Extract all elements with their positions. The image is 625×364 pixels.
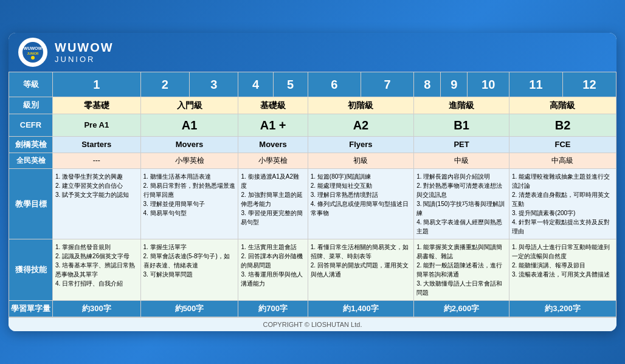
- row-teaching: 教學目標 1. 激發學生對英文的興趣 2. 建立學習英文的自信心 3. 賦予英文…: [9, 169, 616, 239]
- gept-none: ---: [53, 153, 141, 169]
- skills-cell-6: 1. 與母語人士進行日常互動時能達到一定的流暢與自然度 2. 能聽懂演講、報導及…: [509, 239, 616, 301]
- cambridge-fce: FCE: [509, 137, 616, 153]
- cambridge-pet: PET: [414, 137, 509, 153]
- level-6: 6: [308, 72, 361, 97]
- main-container: WUWOW JUNIOR WUWOW JUNIOR 等級 1 2 3 4 5 6…: [9, 33, 616, 332]
- jibei-jichiji: 基礎級: [238, 97, 308, 114]
- level-11: 11: [509, 72, 562, 97]
- skills-cell-2: 1. 掌握生活單字 2. 簡單會話表達(5-8字句子)，如喜好表達、情緒表達 3…: [140, 239, 238, 301]
- header: WUWOW JUNIOR WUWOW JUNIOR: [9, 33, 616, 72]
- teaching-cell-4: 1. 短篇(80字)閱讀訓練 2. 能處理簡短社交互動 3. 理解日常熟悉情境對…: [308, 169, 413, 239]
- cambridge-movers2: Movers: [238, 137, 308, 153]
- copyright-text: COPYRIGHT © LIOSHUTAN Ltd.: [263, 321, 362, 328]
- level-12: 12: [562, 72, 616, 97]
- logo-icon: WUWOW JUNIOR: [18, 38, 47, 67]
- level-3: 3: [190, 72, 238, 97]
- cambridge-movers1: Movers: [140, 137, 238, 153]
- jibei-rumenji: 入門級: [140, 97, 238, 114]
- level-8: 8: [414, 72, 441, 97]
- jibei-gaojieji: 高階級: [509, 97, 616, 114]
- teaching-cell-5: 1. 理解長篇內容與介紹說明 2. 對於熟悉事物可清楚表達想法與交流訊息 3. …: [414, 169, 509, 239]
- row-skills: 獲得技能 1. 掌握自然發音規則 2. 認識及熟練26個英文字母 3. 培養基本…: [9, 239, 616, 301]
- cambridge-starters: Starters: [53, 137, 141, 153]
- skills-cell-3: 1. 生活實用主題會話 2. 回答課本內容外隨機的簡易問題 3. 培養運用所學與…: [238, 239, 308, 301]
- vocab-300: 約300字: [53, 301, 141, 317]
- teaching-cell-2: 1. 聽懂生活基本用語表達 2. 簡易日常對答，對於熟悉場景進行簡單回應 3. …: [140, 169, 238, 239]
- cefr-label: CEFR: [9, 114, 53, 137]
- teaching-label: 教學目標: [9, 169, 53, 239]
- vocab-700: 約700字: [238, 301, 308, 317]
- vocab-2600: 約2,600字: [414, 301, 509, 317]
- cefr-b1: B1: [414, 114, 509, 137]
- jibei-zerojichi: 零基礎: [53, 97, 141, 114]
- level-7: 7: [361, 72, 413, 97]
- jibei-chujieji: 初階級: [308, 97, 413, 114]
- logo-text: WUWOW JUNIOR: [55, 41, 114, 64]
- level-2: 2: [140, 72, 189, 97]
- teaching-cell-3: 1. 銜接過渡A1及A2難度 2. 加強對簡單主題的延伸思考能力 3. 學習使用…: [238, 169, 308, 239]
- row-cambridge: 劍橋英檢 Starters Movers Movers Flyers PET F…: [9, 137, 616, 153]
- level-table: 等級 1 2 3 4 5 6 7 8 9 10 11 12 級別 零基礎 入門級…: [9, 72, 616, 318]
- row-dengji: 等級 1 2 3 4 5 6 7 8 9 10 11 12: [9, 72, 616, 97]
- jibei-label: 級別: [9, 97, 53, 114]
- gept-inter: 中級: [414, 153, 509, 169]
- gept-elem1: 小學英檢: [140, 153, 238, 169]
- cefr-a1plus: A1 +: [238, 114, 308, 137]
- level-4: 4: [238, 72, 273, 97]
- row-cefr: CEFR Pre A1 A1 A1 + A2 B1 B2: [9, 114, 616, 137]
- cefr-prea1: Pre A1: [53, 114, 141, 137]
- row-vocab: 學習單字量 約300字 約500字 約700字 約1,400字 約2,600字 …: [9, 301, 616, 317]
- cambridge-label: 劍橋英檢: [9, 137, 53, 153]
- row-jibei: 級別 零基礎 入門級 基礎級 初階級 進階級 高階級: [9, 97, 616, 114]
- footer: COPYRIGHT © LIOSHUTAN Ltd.: [9, 317, 616, 331]
- svg-text:JUNIOR: JUNIOR: [27, 52, 39, 55]
- skills-cell-5: 1. 能掌握英文廣播重點與閱讀簡易書報、雜誌 2. 能對一般話題陳述看法，進行簡…: [414, 239, 509, 301]
- level-10: 10: [468, 72, 509, 97]
- cefr-b2: B2: [509, 114, 616, 137]
- teaching-cell-1: 1. 激發學生對英文的興趣 2. 建立學習英文的自信心 3. 賦予英文文字能力的…: [53, 169, 141, 239]
- cambridge-flyers: Flyers: [308, 137, 413, 153]
- gept-label: 全民英檢: [9, 153, 53, 169]
- gept-elem2: 小學英檢: [238, 153, 308, 169]
- svg-point-3: [31, 56, 35, 60]
- dengji-label: 等級: [9, 72, 53, 97]
- level-5: 5: [273, 72, 308, 97]
- gept-high: 中高級: [509, 153, 616, 169]
- vocab-label: 學習單字量: [9, 301, 53, 317]
- vocab-3200: 約3,200字: [509, 301, 616, 317]
- cefr-a1: A1: [140, 114, 238, 137]
- jibei-jinjieji: 進階級: [414, 97, 509, 114]
- level-1: 1: [53, 72, 141, 97]
- teaching-cell-6: 1. 能處理較複雜或抽象主題並進行交流討論 2. 清楚表達自身觀點，可即時用英文…: [509, 169, 616, 239]
- skills-cell-1: 1. 掌握自然發音規則 2. 認識及熟練26個英文字母 3. 培養基本單字、辨認…: [53, 239, 141, 301]
- row-gept: 全民英檢 --- 小學英檢 小學英檢 初級 中級 中高級: [9, 153, 616, 169]
- skills-label: 獲得技能: [9, 239, 53, 301]
- vocab-1400: 約1,400字: [308, 301, 413, 317]
- vocab-500: 約500字: [140, 301, 238, 317]
- skills-cell-4: 1. 看懂日常生活相關的簡易英文，如招牌、菜單、時刻表等 2. 回答簡單的開放式…: [308, 239, 413, 301]
- gept-basic: 初級: [308, 153, 413, 169]
- svg-text:WUWOW: WUWOW: [24, 46, 43, 50]
- level-9: 9: [441, 72, 468, 97]
- cefr-a2: A2: [308, 114, 413, 137]
